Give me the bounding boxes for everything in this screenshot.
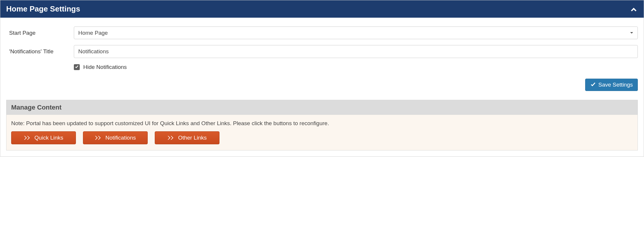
manage-content-note: Note: Portal has been updated to support… bbox=[11, 120, 633, 127]
home-page-settings-panel: Home Page Settings Start Page Home Page … bbox=[0, 0, 644, 157]
notifications-button[interactable]: Notifications bbox=[83, 131, 148, 144]
save-button-row: Save Settings bbox=[6, 79, 638, 91]
hide-notifications-label[interactable]: Hide Notifications bbox=[83, 64, 127, 70]
start-page-row: Start Page Home Page bbox=[6, 27, 638, 39]
panel-header: Home Page Settings bbox=[0, 0, 644, 18]
start-page-label: Start Page bbox=[6, 30, 74, 36]
hide-notifications-row: Hide Notifications bbox=[74, 64, 638, 70]
double-chevron-right-icon bbox=[95, 135, 101, 140]
link-buttons-row: Quick Links Notifications bbox=[11, 131, 633, 144]
manage-content-body: Note: Portal has been updated to support… bbox=[6, 115, 638, 150]
check-icon bbox=[590, 82, 596, 88]
start-page-select[interactable]: Home Page bbox=[74, 27, 638, 39]
save-button-label: Save Settings bbox=[598, 82, 633, 88]
save-settings-button[interactable]: Save Settings bbox=[585, 79, 638, 91]
manage-content-panel: Manage Content Note: Portal has been upd… bbox=[6, 100, 638, 150]
hide-notifications-checkbox[interactable] bbox=[74, 64, 80, 70]
notifications-title-control bbox=[74, 45, 638, 58]
chevron-up-icon bbox=[630, 5, 638, 13]
manage-content-title: Manage Content bbox=[11, 104, 633, 111]
check-icon bbox=[75, 65, 79, 69]
start-page-control: Home Page bbox=[74, 27, 638, 39]
double-chevron-right-icon bbox=[167, 135, 174, 140]
double-chevron-right-icon bbox=[24, 135, 30, 140]
panel-title: Home Page Settings bbox=[6, 4, 80, 14]
notifications-title-input[interactable] bbox=[74, 45, 638, 58]
manage-content-header: Manage Content bbox=[6, 100, 638, 115]
panel-body: Start Page Home Page 'Notifications' Tit… bbox=[0, 18, 644, 156]
quick-links-label: Quick Links bbox=[34, 135, 63, 141]
notifications-title-label: 'Notifications' Title bbox=[6, 48, 74, 55]
notifications-title-row: 'Notifications' Title bbox=[6, 45, 638, 58]
notifications-button-label: Notifications bbox=[105, 135, 136, 141]
other-links-label: Other Links bbox=[178, 135, 207, 141]
quick-links-button[interactable]: Quick Links bbox=[11, 131, 76, 144]
collapse-toggle[interactable] bbox=[630, 5, 638, 13]
other-links-button[interactable]: Other Links bbox=[155, 131, 219, 144]
